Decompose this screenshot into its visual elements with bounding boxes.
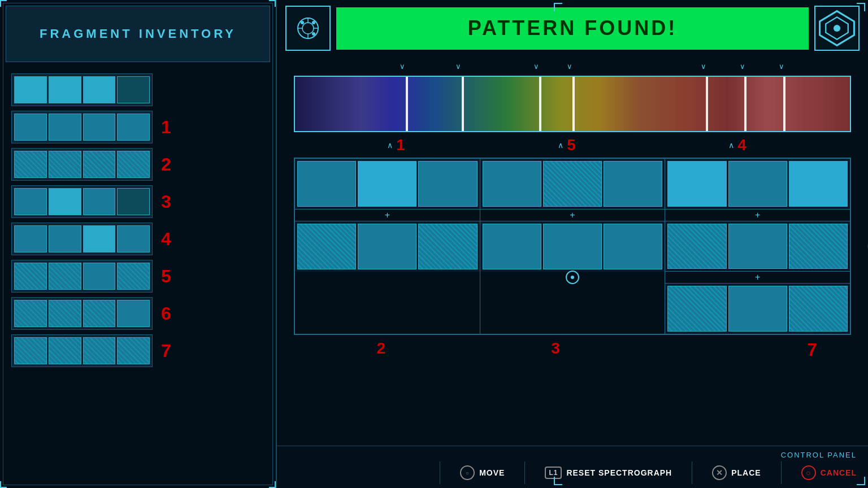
- fragment-bar-2[interactable]: [11, 148, 153, 181]
- left-panel: FRAGMENT INVENTORY: [0, 0, 277, 488]
- cursor-dot: [566, 271, 579, 284]
- bottom-bar: CONTROL PANEL ○ MOVE L1 RESET SPECTROGRA…: [277, 446, 868, 488]
- border-corner-bl: [554, 477, 562, 485]
- grid-cell-top-5: [480, 159, 665, 210]
- divider-4: [781, 461, 782, 484]
- spectral-lines: [295, 77, 850, 131]
- right-panel: PATTERN FOUND! ∨ ∨ ∨ ∨ ∨: [277, 0, 868, 488]
- border-corner-tr: [857, 3, 865, 11]
- place-control[interactable]: ✕ PLACE: [712, 465, 761, 480]
- fragment-segment: [117, 188, 150, 215]
- control-panel-label: CONTROL PANEL: [781, 451, 857, 459]
- spec-arrow-5: ∨: [701, 62, 706, 71]
- fragment-segment: [49, 263, 81, 290]
- fragment-segment: [14, 76, 47, 103]
- spec-arrow-6: ∨: [740, 62, 745, 71]
- spec-arrow-4: ∨: [567, 62, 572, 71]
- fragment-bar-1[interactable]: [11, 111, 153, 143]
- divider-left: [440, 461, 440, 484]
- spec-arrow-1: ∨: [400, 62, 405, 71]
- fragment-segment: [49, 337, 81, 364]
- fragment-list: 1 2: [0, 68, 276, 373]
- fragment-segment: [14, 225, 47, 252]
- fragment-segment: [83, 188, 116, 215]
- fragment-segment: [117, 151, 150, 178]
- hex-icon-right: [814, 6, 860, 51]
- col-arrow-1: ∧: [387, 141, 393, 150]
- fragment-bar-6[interactable]: [11, 297, 153, 330]
- fragment-segment: [14, 114, 47, 141]
- list-item: 7: [11, 334, 264, 367]
- svg-point-8: [312, 32, 315, 36]
- move-label: MOVE: [479, 468, 505, 477]
- row-label-7: 7: [807, 339, 817, 360]
- x-icon: ✕: [712, 465, 727, 480]
- list-item: 6: [11, 297, 264, 330]
- plus-5: +: [480, 210, 665, 221]
- svg-point-6: [301, 21, 304, 24]
- cancel-control[interactable]: ○ CANCEL: [801, 465, 857, 480]
- fragment-number-4: 4: [161, 229, 181, 250]
- fragment-segment: [83, 225, 116, 252]
- fragment-segment: [14, 151, 47, 178]
- fragment-segment: [14, 337, 47, 364]
- move-control[interactable]: ○ MOVE: [460, 465, 505, 480]
- fragment-bar-4[interactable]: [11, 223, 153, 255]
- fragment-segment: [117, 225, 150, 252]
- fragment-bar-0[interactable]: [11, 73, 153, 106]
- divider-2: [524, 461, 525, 484]
- spec-arrow-3: ∨: [533, 62, 539, 71]
- col-number-1: 1: [396, 136, 405, 154]
- fragment-segment: [49, 300, 81, 327]
- fragment-segment: [49, 151, 81, 178]
- fragment-segment: [83, 300, 116, 327]
- pattern-found-text: PATTERN FOUND!: [468, 16, 678, 40]
- col-number-4: 4: [737, 136, 747, 154]
- fragment-segment: [49, 76, 81, 103]
- pattern-found-banner: PATTERN FOUND!: [336, 7, 809, 50]
- border-corner-br: [857, 477, 865, 485]
- fragment-number-1: 1: [161, 117, 181, 138]
- fragment-segment: [49, 114, 81, 141]
- fragment-segment: [117, 263, 150, 290]
- svg-point-1: [302, 23, 314, 34]
- main-container: FRAGMENT INVENTORY: [0, 0, 868, 488]
- fragment-number-5: 5: [161, 266, 181, 287]
- plus-4: +: [665, 210, 850, 221]
- fragment-segment: [83, 151, 116, 178]
- fragment-number-2: 2: [161, 154, 181, 175]
- grid-column-5: +: [480, 159, 666, 334]
- svg-point-7: [312, 21, 315, 24]
- plus-4b: +: [665, 272, 850, 283]
- fragment-segment: [14, 300, 47, 327]
- list-item: 4: [11, 223, 264, 255]
- fragment-bar-3[interactable]: [11, 185, 153, 218]
- fragment-number-7: 7: [161, 341, 181, 361]
- cancel-icon: ○: [801, 465, 816, 480]
- list-item: 3: [11, 185, 264, 218]
- fragment-segment: [117, 114, 150, 141]
- bottom-controls: ○ MOVE L1 RESET SPECTROGRAPH ✕ PLACE: [437, 461, 857, 484]
- move-icon: ○: [460, 465, 475, 480]
- top-header: PATTERN FOUND!: [277, 0, 868, 56]
- row-label-3: 3: [551, 339, 560, 357]
- spectrograph: [294, 76, 851, 132]
- reset-spectrograph-control[interactable]: L1 RESET SPECTROGRAPH: [545, 467, 672, 479]
- fragment-bar-5[interactable]: [11, 260, 153, 293]
- fragment-segment: [117, 300, 150, 327]
- border-corner-tl: [554, 3, 562, 11]
- col-arrow-4: ∧: [728, 141, 734, 150]
- fragment-inventory-header: FRAGMENT INVENTORY: [6, 6, 270, 62]
- list-item: 2: [11, 148, 264, 181]
- fragment-segment: [14, 188, 47, 215]
- hex-icon-left: [285, 6, 331, 51]
- cancel-label: CANCEL: [821, 468, 857, 477]
- fragment-bar-7[interactable]: [11, 334, 153, 367]
- grid-cell-bottom-1: [295, 221, 480, 272]
- fragment-number-3: 3: [161, 191, 181, 212]
- list-item: [11, 73, 264, 106]
- fragment-segment: [49, 225, 81, 252]
- spectrograph-container: ∨ ∨ ∨ ∨ ∨ ∨ ∨: [294, 62, 851, 132]
- fragment-segment: [83, 114, 116, 141]
- grid-column-4: + +: [665, 159, 850, 334]
